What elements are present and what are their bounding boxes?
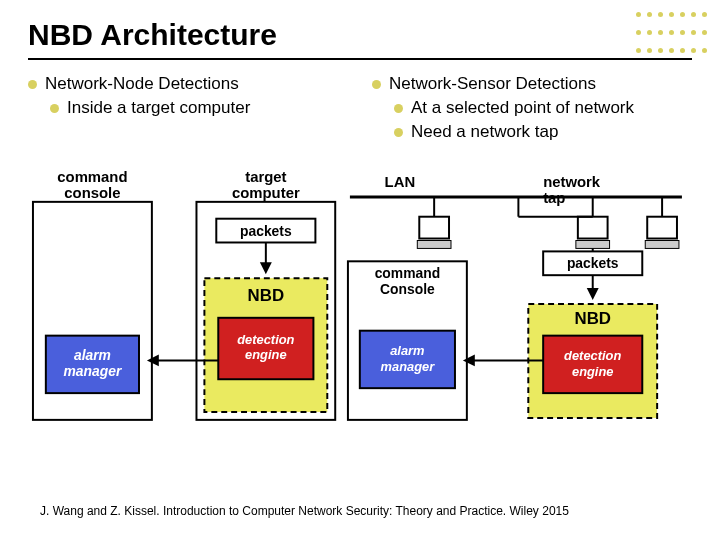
svg-rect-18	[647, 217, 677, 239]
label-packets-left: packets	[240, 223, 292, 239]
label-command-console: commandconsole	[57, 169, 127, 201]
label-packets-right: packets	[567, 255, 619, 271]
label-command-Console-right: commandConsole	[375, 265, 440, 297]
diagram-left: commandconsole alarmmanager targetcomput…	[28, 156, 340, 436]
label-detection-engine-right: detectionengine	[564, 348, 621, 379]
svg-marker-5	[260, 262, 272, 274]
left-heading: Network-Node Detections	[28, 74, 348, 94]
decorative-dots	[633, 6, 710, 60]
svg-rect-13	[417, 241, 451, 249]
svg-rect-16	[576, 241, 610, 249]
label-target-computer: targetcomputer	[232, 169, 300, 201]
right-heading: Network-Sensor Detections	[372, 74, 692, 94]
label-detection-engine-left: detectionengine	[237, 332, 294, 363]
credit-line: J. Wang and Z. Kissel. Introduction to C…	[40, 504, 569, 518]
left-sub1: Inside a target computer	[50, 98, 348, 118]
svg-rect-15	[578, 217, 608, 239]
page-title: NBD Architecture	[28, 18, 692, 52]
label-nbd-left: NBD	[248, 286, 284, 305]
svg-marker-31	[463, 354, 475, 366]
computer-icon	[576, 197, 610, 249]
diagram-right: LAN networktap command	[340, 156, 692, 436]
svg-rect-12	[419, 217, 449, 239]
computer-icon	[645, 197, 679, 249]
label-nbd-right: NBD	[575, 309, 611, 328]
svg-rect-19	[645, 241, 679, 249]
svg-marker-27	[587, 288, 599, 300]
title-underline	[28, 58, 692, 60]
right-sub1: At a selected point of network	[394, 98, 692, 118]
right-sub2: Need a network tap	[394, 122, 692, 142]
label-lan: LAN	[385, 174, 416, 190]
computer-icon	[417, 197, 451, 249]
